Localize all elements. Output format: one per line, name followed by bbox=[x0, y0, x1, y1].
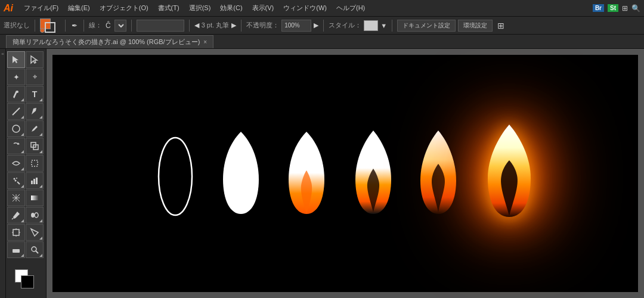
stroke-color-preview[interactable] bbox=[137, 20, 184, 32]
flame-1-svg bbox=[151, 126, 199, 221]
opacity-label: 不透明度： bbox=[246, 21, 279, 30]
style-dropdown[interactable]: ▼ bbox=[380, 22, 387, 29]
menu-select[interactable]: 選択(S) bbox=[184, 2, 216, 14]
menu-object[interactable]: オブジェクト(O) bbox=[95, 2, 153, 14]
flame-4 bbox=[348, 126, 396, 221]
tool-eraser[interactable] bbox=[7, 241, 25, 258]
tool-lasso[interactable]: ⌖ bbox=[26, 69, 44, 85]
svg-point-7 bbox=[14, 178, 16, 180]
flame-4-svg bbox=[348, 126, 396, 221]
stock-icon[interactable]: St bbox=[608, 4, 618, 12]
app-logo: Ai bbox=[4, 3, 13, 14]
document-tab[interactable]: 簡単リアルなろうそく炎の描き方.ai @ 100% (RGB/プレビュー) × bbox=[6, 35, 213, 48]
tool-zoom[interactable] bbox=[26, 241, 44, 258]
stroke-select[interactable] bbox=[114, 20, 126, 32]
divider8 bbox=[392, 20, 392, 32]
menu-effect[interactable]: 効果(C) bbox=[215, 2, 247, 14]
flame-6-svg bbox=[479, 122, 539, 226]
stroke-cap-icon: Ĉ bbox=[106, 21, 111, 30]
tool-mesh[interactable] bbox=[7, 190, 25, 206]
flame-2-svg bbox=[217, 126, 265, 221]
tool-row-pen: T bbox=[7, 86, 45, 103]
tool-row-rotate bbox=[7, 138, 45, 154]
menu-edit[interactable]: 編集(E) bbox=[63, 2, 95, 14]
svg-point-28 bbox=[32, 247, 36, 252]
color-area bbox=[7, 263, 45, 296]
svg-line-1 bbox=[13, 108, 20, 115]
menu-file[interactable]: ファイル(F) bbox=[19, 2, 63, 14]
background-color[interactable] bbox=[21, 275, 34, 288]
panel-toggle-icon[interactable]: ⊞ bbox=[497, 21, 504, 30]
tool-magic-wand[interactable]: ✦ bbox=[7, 69, 25, 85]
tab-close-button[interactable]: × bbox=[203, 39, 207, 45]
tool-row-eyedropper bbox=[7, 207, 45, 224]
tool-paintbrush[interactable] bbox=[26, 120, 44, 137]
tabbar: 簡単リアルなろうそく炎の描き方.ai @ 100% (RGB/プレビュー) × bbox=[0, 35, 644, 49]
opacity-input[interactable] bbox=[281, 20, 311, 32]
tool-column-graph[interactable] bbox=[26, 172, 44, 189]
divider4 bbox=[131, 20, 132, 32]
tool-line[interactable] bbox=[7, 103, 25, 120]
svg-point-30 bbox=[159, 138, 192, 215]
tool-pencil[interactable] bbox=[26, 103, 44, 120]
svg-point-8 bbox=[16, 178, 17, 179]
tool-row-symbol bbox=[7, 172, 45, 189]
toolbar: 選択なし ✒ 線： Ĉ ◀ 3 pt. 丸筆 ▶ 不透明度： ▶ スタイル： ▼… bbox=[0, 17, 644, 35]
tool-type[interactable]: T bbox=[26, 86, 44, 103]
tool-artboard[interactable] bbox=[7, 224, 25, 241]
tool-slice[interactable] bbox=[26, 224, 44, 241]
tool-scale[interactable] bbox=[26, 138, 44, 154]
stroke-left-arrow[interactable]: ◀ bbox=[194, 21, 199, 29]
menubar: Ai ファイル(F) 編集(E) オブジェクト(O) 書式(T) 選択(S) 効… bbox=[0, 0, 644, 17]
tool-symbol-spray[interactable] bbox=[7, 172, 25, 189]
svg-point-9 bbox=[15, 180, 17, 182]
svg-rect-12 bbox=[36, 178, 38, 184]
tool-rotate[interactable] bbox=[7, 138, 25, 154]
canvas[interactable] bbox=[52, 55, 638, 292]
menu-view[interactable]: 表示(V) bbox=[247, 2, 279, 14]
flame-3 bbox=[283, 126, 330, 221]
svg-point-0 bbox=[16, 91, 18, 93]
search-icon[interactable]: 🔍 bbox=[631, 4, 640, 13]
menu-window[interactable]: ウィンドウ(W) bbox=[278, 2, 332, 14]
svg-point-2 bbox=[13, 125, 20, 132]
menu-type[interactable]: 書式(T) bbox=[153, 2, 184, 14]
stroke-right-arrow[interactable]: ▶ bbox=[231, 21, 236, 29]
flame-5 bbox=[414, 126, 462, 221]
tool-blend[interactable] bbox=[26, 207, 44, 224]
color-swatches[interactable] bbox=[13, 267, 40, 292]
tool-ellipse[interactable] bbox=[7, 120, 25, 137]
toolbox: ✦ ⌖ T bbox=[6, 49, 47, 298]
canvas-area bbox=[47, 49, 644, 298]
svg-line-18 bbox=[12, 218, 13, 219]
svg-point-20 bbox=[35, 213, 38, 218]
workspace-icon[interactable]: ⊞ bbox=[622, 4, 628, 13]
tool-eyedropper[interactable] bbox=[7, 207, 25, 224]
tool-direct-select[interactable] bbox=[26, 51, 44, 68]
tool-pen[interactable] bbox=[7, 86, 25, 103]
divider3 bbox=[83, 20, 84, 32]
svg-rect-10 bbox=[31, 181, 33, 184]
style-label: スタイル： bbox=[329, 21, 361, 30]
bridge-icon[interactable]: Br bbox=[593, 4, 604, 12]
tool-select[interactable] bbox=[7, 51, 25, 68]
env-settings-button[interactable]: 環境設定 bbox=[458, 20, 493, 32]
tool-gradient[interactable] bbox=[26, 190, 44, 206]
tool-warp[interactable] bbox=[7, 155, 25, 172]
menu-help[interactable]: ヘルプ(H) bbox=[332, 2, 370, 14]
flame-2 bbox=[217, 126, 265, 221]
divider7 bbox=[323, 20, 324, 32]
opacity-right-arrow[interactable]: ▶ bbox=[314, 21, 318, 29]
tab-title: 簡単リアルなろうそく炎の描き方.ai @ 100% (RGB/プレビュー) bbox=[13, 38, 200, 46]
svg-rect-17 bbox=[31, 195, 38, 200]
divider5 bbox=[189, 20, 190, 32]
fill-stroke-preview[interactable] bbox=[40, 18, 60, 33]
divider1 bbox=[35, 20, 35, 32]
flame-5-svg bbox=[414, 126, 462, 221]
left-panel-collapse[interactable]: « bbox=[0, 49, 6, 298]
tool-free-transform[interactable] bbox=[26, 155, 44, 172]
flame-3-svg bbox=[283, 126, 330, 221]
doc-settings-button[interactable]: ドキュメント設定 bbox=[397, 20, 456, 32]
tool-row-eraser bbox=[7, 241, 45, 258]
style-preview[interactable] bbox=[364, 20, 378, 31]
